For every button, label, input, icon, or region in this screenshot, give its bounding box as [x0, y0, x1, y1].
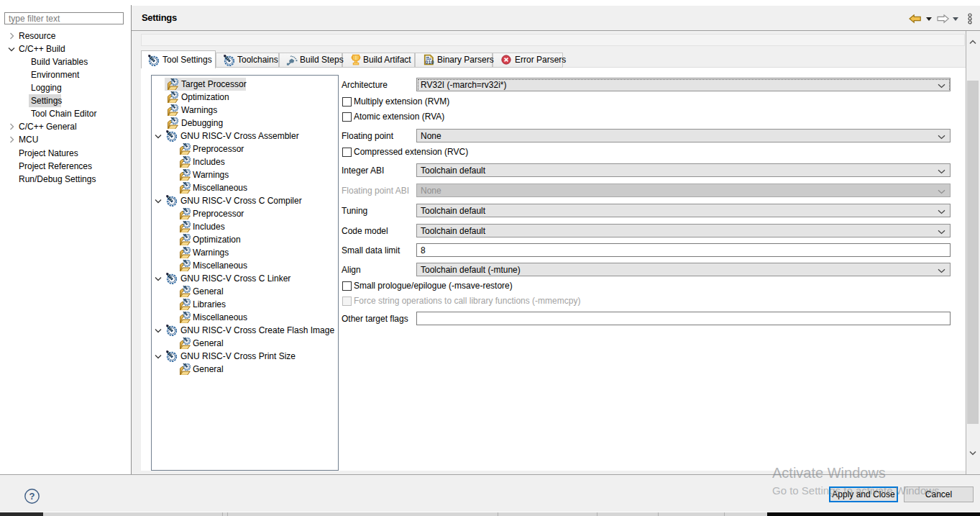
svg-text:?: ?: [29, 491, 35, 502]
